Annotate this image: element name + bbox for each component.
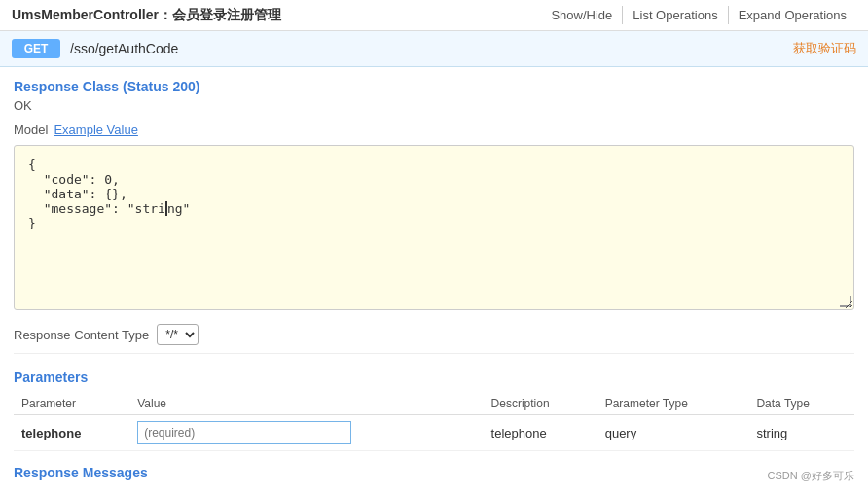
table-row: telephone telephone query string <box>14 415 854 451</box>
param-description: telephone <box>484 415 597 451</box>
param-name: telephone <box>14 415 129 451</box>
json-content: { "code": 0, "data": {}, "message": "str… <box>28 158 190 230</box>
list-operations-button[interactable]: List Operations <box>622 6 727 24</box>
col-parameter-type: Parameter Type <box>597 393 749 415</box>
endpoint-path: /sso/getAuthCode <box>70 41 783 56</box>
header: UmsMemberController：会员登录注册管理 Show/Hide L… <box>0 0 868 31</box>
response-class-title: Response Class (Status 200) <box>14 79 854 94</box>
model-tabs: Model Example Value <box>14 123 854 137</box>
param-value-input[interactable] <box>137 421 351 444</box>
endpoint-row: GET /sso/getAuthCode 获取验证码 <box>0 31 868 67</box>
response-messages-title: Response Messages <box>14 465 854 480</box>
param-data-type: string <box>748 415 854 451</box>
col-parameter: Parameter <box>14 393 129 415</box>
col-data-type: Data Type <box>748 393 854 415</box>
param-type: query <box>597 415 749 451</box>
model-tab[interactable]: Model <box>14 123 48 137</box>
endpoint-description: 获取验证码 <box>793 40 856 57</box>
content-type-label: Response Content Type <box>14 328 149 342</box>
method-badge: GET <box>12 39 60 58</box>
param-value-cell <box>129 415 483 451</box>
json-preview: { "code": 0, "data": {}, "message": "str… <box>14 145 854 310</box>
parameters-section: Parameters Parameter Value Description P… <box>14 370 854 451</box>
cursor <box>165 201 167 216</box>
parameters-title: Parameters <box>14 370 854 385</box>
header-nav: Show/Hide List Operations Expand Operati… <box>541 6 856 24</box>
show-hide-button[interactable]: Show/Hide <box>541 6 622 24</box>
col-description: Description <box>484 393 597 415</box>
content-type-row: Response Content Type */* <box>14 324 854 354</box>
col-value: Value <box>129 393 483 415</box>
expand-operations-button[interactable]: Expand Operations <box>728 6 856 24</box>
main-content: Response Class (Status 200) OK Model Exa… <box>0 67 868 492</box>
page-title: UmsMemberController：会员登录注册管理 <box>12 7 281 24</box>
table-header-row: Parameter Value Description Parameter Ty… <box>14 393 854 415</box>
parameters-table: Parameter Value Description Parameter Ty… <box>14 393 854 451</box>
response-status: OK <box>14 98 854 113</box>
watermark: CSDN @好多可乐 <box>768 469 854 483</box>
content-type-select[interactable]: */* <box>157 324 199 345</box>
example-value-tab[interactable]: Example Value <box>54 123 137 137</box>
